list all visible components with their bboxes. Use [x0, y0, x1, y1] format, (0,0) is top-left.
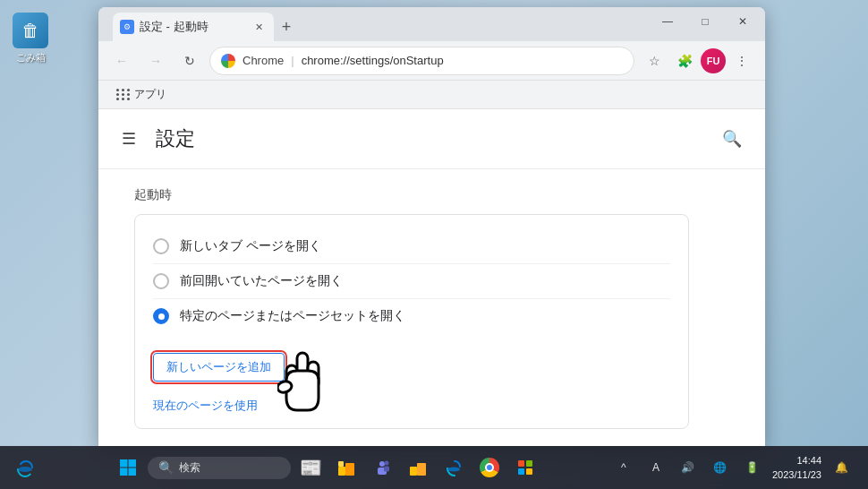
svg-rect-11 — [338, 461, 344, 467]
hamburger-menu-button[interactable]: ☰ — [116, 124, 141, 154]
radio-circle-new-tab — [153, 238, 169, 254]
minimize-button[interactable]: — — [649, 8, 686, 35]
start-button[interactable] — [112, 451, 144, 484]
use-current-pages-link[interactable]: 現在のページを使用 — [153, 398, 258, 414]
svg-rect-19 — [518, 460, 524, 467]
svg-rect-15 — [384, 467, 389, 472]
speaker-button[interactable]: 🔊 — [676, 451, 701, 484]
taskbar-search-box[interactable]: 🔍 検索 — [148, 457, 291, 479]
settings-search-button[interactable]: 🔍 — [717, 124, 747, 154]
svg-point-4 — [18, 467, 32, 472]
title-bar: ⚙ 設定 - 起動時 ✕ + — □ ✕ — [98, 7, 765, 41]
new-tab-button[interactable]: + — [274, 14, 299, 39]
notification-bell-button[interactable]: 🔔 — [829, 451, 854, 484]
profile-button[interactable]: FU — [701, 48, 726, 73]
radio-circle-previous — [153, 273, 169, 289]
taskbar-store-icon[interactable] — [509, 451, 541, 484]
taskbar-search-label: 検索 — [179, 460, 200, 476]
svg-rect-8 — [129, 468, 137, 476]
navigation-bar: ← → ↻ Chrome | chrome://settings/onStart… — [98, 41, 765, 81]
radio-option-new-tab[interactable]: 新しいタブ ページを開く — [153, 229, 670, 263]
nav-actions: ☆ 🧩 FU ⋮ — [640, 47, 756, 75]
button-row: 新しいページを追加 — [153, 340, 670, 382]
maximize-button[interactable]: □ — [686, 8, 724, 35]
back-button[interactable]: ← — [107, 47, 136, 75]
font-settings-button[interactable]: A — [643, 451, 668, 484]
apps-grid-icon — [116, 89, 131, 100]
desktop-recycle-bin[interactable]: 🗑 ごみ箱 — [9, 9, 52, 68]
recycle-bin-icon: 🗑 — [13, 13, 48, 48]
tab-favicon: ⚙ — [120, 20, 134, 34]
chrome-icon — [221, 54, 235, 68]
radio-label-specific: 特定のページまたはページセットを開く — [180, 308, 405, 324]
taskbar-clock[interactable]: 14:44 2023/11/23 — [772, 453, 821, 483]
tab-close-button[interactable]: ✕ — [251, 19, 267, 35]
refresh-button[interactable]: ↻ — [175, 47, 204, 75]
radio-label-new-tab: 新しいタブ ページを開く — [180, 238, 321, 254]
network-button[interactable]: 🌐 — [708, 451, 733, 484]
taskbar-chrome-pinned-icon[interactable] — [473, 451, 506, 484]
svg-rect-7 — [120, 468, 128, 476]
tab-bar: ⚙ 設定 - 起動時 ✕ + — [106, 13, 299, 41]
taskbar-news-icon[interactable]: 📰 — [294, 451, 327, 484]
section-title: 起動時 — [134, 187, 689, 203]
address-bar[interactable]: Chrome | chrome://settings/onStartup — [209, 47, 634, 75]
svg-rect-20 — [526, 460, 532, 467]
svg-point-14 — [385, 461, 389, 466]
taskbar-teams-icon[interactable] — [366, 451, 398, 484]
radio-option-specific[interactable]: 特定のページまたはページセットを開く — [153, 298, 670, 333]
system-tray-chevron[interactable]: ^ — [611, 451, 636, 484]
svg-rect-21 — [518, 468, 524, 475]
bookmark-star-button[interactable]: ☆ — [640, 47, 668, 75]
svg-rect-5 — [120, 459, 128, 468]
browser-window: ⚙ 設定 - 起動時 ✕ + — □ ✕ ← → ↻ Chrome | chro… — [98, 7, 765, 446]
page-content: ☰ 設定 🔍 起動時 新しいタブ ページを開く 前回開いていたページを開く — [98, 109, 765, 446]
search-icon: 🔍 — [158, 460, 174, 475]
svg-point-18 — [447, 468, 460, 472]
address-separator: | — [291, 54, 294, 67]
window-chevron-controls: — □ ✕ — [649, 8, 762, 35]
window-controls-row: — □ ✕ — [649, 7, 765, 36]
settings-header: ☰ 設定 🔍 — [98, 109, 765, 169]
extensions-puzzle-button[interactable]: 🧩 — [670, 47, 699, 75]
settings-page-title: 設定 — [156, 125, 702, 152]
taskbar-date-value: 2023/11/23 — [772, 468, 821, 483]
taskbar: 🔍 検索 📰 — [0, 446, 868, 489]
add-new-page-button[interactable]: 新しいページを追加 — [153, 353, 285, 382]
svg-rect-9 — [338, 467, 345, 476]
radio-option-previous[interactable]: 前回開いていたページを開く — [153, 263, 670, 298]
svg-point-12 — [379, 461, 385, 467]
svg-rect-22 — [526, 468, 532, 475]
bookmarks-apps-item[interactable]: アプリ — [109, 83, 174, 106]
taskbar-center: 🔍 検索 📰 — [43, 451, 611, 484]
taskbar-edge-pinned-icon[interactable] — [438, 451, 470, 484]
svg-rect-16 — [410, 467, 417, 476]
taskbar-edge-icon[interactable] — [7, 450, 43, 485]
radio-circle-specific — [153, 308, 169, 324]
startup-settings-card: 新しいタブ ページを開く 前回開いていたページを開く 特定のページまたはページセ… — [134, 214, 689, 429]
svg-rect-10 — [345, 463, 354, 476]
bookmark-apps-label: アプリ — [134, 87, 166, 102]
address-chrome-text: Chrome — [243, 54, 284, 67]
taskbar-time-value: 14:44 — [772, 453, 821, 468]
close-button[interactable]: ✕ — [724, 8, 762, 35]
more-options-button[interactable]: ⋮ — [728, 47, 756, 75]
tab-title: 設定 - 起動時 — [140, 19, 245, 35]
bookmarks-bar: アプリ — [98, 81, 765, 109]
settings-content: 起動時 新しいタブ ページを開く 前回開いていたページを開く 特定のページまたは… — [98, 169, 725, 446]
forward-button[interactable]: → — [141, 47, 170, 75]
radio-label-previous: 前回開いていたページを開く — [180, 273, 343, 289]
recycle-bin-label: ごみ箱 — [16, 51, 46, 64]
taskbar-left — [7, 450, 43, 485]
svg-rect-6 — [129, 459, 137, 468]
address-url: chrome://settings/onStartup — [302, 54, 444, 67]
battery-button[interactable]: 🔋 — [740, 451, 765, 484]
taskbar-explorer-icon[interactable] — [330, 451, 362, 484]
taskbar-files-icon[interactable] — [402, 451, 434, 484]
use-current-link-container: 現在のページを使用 — [153, 389, 670, 414]
taskbar-right: ^ A 🔊 🌐 🔋 14:44 2023/11/23 🔔 — [611, 451, 861, 484]
svg-rect-17 — [417, 463, 426, 476]
active-tab[interactable]: ⚙ 設定 - 起動時 ✕ — [113, 13, 274, 41]
